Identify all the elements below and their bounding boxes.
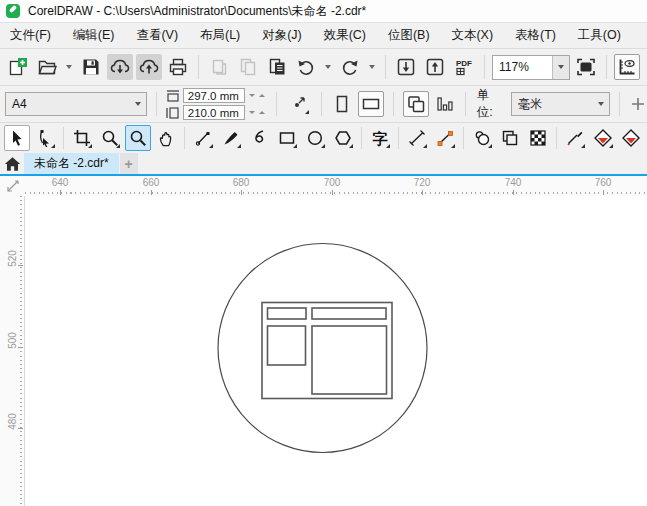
vertical-ruler[interactable]: 520 500 480 bbox=[0, 196, 25, 506]
cloud-download-button[interactable] bbox=[107, 54, 133, 80]
fill-diamond-icon bbox=[593, 128, 613, 148]
page-size-value: A4 bbox=[6, 97, 130, 111]
drawn-window-tab-box[interactable] bbox=[268, 308, 307, 319]
units-dropdown-arrow[interactable] bbox=[593, 93, 609, 115]
welcome-screen-button[interactable] bbox=[0, 153, 24, 174]
menu-layout[interactable]: 布局(L) bbox=[200, 27, 240, 44]
title-bar: CorelDRAW - C:\Users\Administrator\Docum… bbox=[0, 0, 647, 22]
all-pages-button[interactable] bbox=[403, 91, 429, 117]
mesh-fill-tool[interactable] bbox=[525, 125, 551, 151]
menu-effects[interactable]: 效果(C) bbox=[324, 27, 366, 44]
menu-text[interactable]: 文本(X) bbox=[451, 27, 493, 44]
standard-toolbar: PDF 117% bbox=[0, 48, 647, 85]
new-document-icon bbox=[8, 57, 28, 77]
open-button[interactable] bbox=[34, 54, 60, 80]
page-width-field[interactable]: 297.0 mm bbox=[183, 88, 245, 103]
drawn-window-sidebar-box[interactable] bbox=[268, 326, 306, 365]
document-tab-bar: 未命名 -2.cdr* + bbox=[0, 153, 647, 176]
drawn-window-icon[interactable] bbox=[262, 303, 392, 399]
zoom-level-dropdown-arrow[interactable] bbox=[552, 56, 569, 79]
zoom-tool-flyout[interactable] bbox=[97, 125, 123, 151]
zoom-level-value[interactable]: 117% bbox=[493, 56, 552, 79]
hand-icon bbox=[157, 129, 175, 147]
polygon-tool[interactable] bbox=[330, 125, 356, 151]
redo-button[interactable] bbox=[337, 54, 363, 80]
export-button[interactable] bbox=[422, 54, 448, 80]
page-height-spinner[interactable] bbox=[248, 105, 267, 120]
cut-button[interactable] bbox=[206, 54, 232, 80]
horizontal-ruler[interactable]: 640 660 680 700 720 740 760 bbox=[25, 176, 647, 197]
undo-dropdown-arrow[interactable] bbox=[322, 54, 334, 80]
page-width-spinner[interactable] bbox=[248, 88, 267, 103]
treat-as-filled-button[interactable] bbox=[629, 91, 647, 117]
show-rulers-button[interactable] bbox=[614, 54, 640, 80]
menu-object[interactable]: 对象(J) bbox=[262, 27, 302, 44]
fullscreen-preview-button[interactable] bbox=[573, 54, 599, 80]
menu-view[interactable]: 查看(V) bbox=[136, 27, 178, 44]
bspline-tool[interactable] bbox=[246, 125, 272, 151]
save-button[interactable] bbox=[78, 54, 104, 80]
ruler-origin[interactable] bbox=[0, 176, 25, 197]
zoom-tool[interactable] bbox=[125, 125, 151, 151]
crop-tool[interactable] bbox=[69, 125, 95, 151]
publish-pdf-button[interactable]: PDF bbox=[451, 54, 477, 80]
drawn-window-titlebar-box[interactable] bbox=[312, 308, 386, 319]
nudge-offset-button[interactable] bbox=[286, 91, 312, 117]
menu-tools[interactable]: 工具(O) bbox=[578, 27, 621, 44]
interactive-fill-tool[interactable] bbox=[590, 125, 616, 151]
freehand-line-icon bbox=[194, 129, 212, 147]
artistic-media-tool[interactable] bbox=[218, 125, 244, 151]
print-button[interactable] bbox=[165, 54, 191, 80]
page-size-combobox[interactable]: A4 bbox=[5, 92, 147, 116]
current-page-icon bbox=[436, 95, 454, 113]
text-tool[interactable]: 字 bbox=[367, 125, 393, 151]
shadow-tool[interactable] bbox=[469, 125, 495, 151]
units-value: 毫米 bbox=[512, 96, 593, 113]
rectangle-tool[interactable] bbox=[274, 125, 300, 151]
menu-table[interactable]: 表格(T) bbox=[515, 27, 556, 44]
menu-bitmaps[interactable]: 位图(B) bbox=[388, 27, 430, 44]
eyedropper-tool[interactable] bbox=[562, 125, 588, 151]
hruler-tick-760: 760 bbox=[590, 177, 616, 188]
smart-fill-tool[interactable] bbox=[618, 125, 644, 151]
landscape-orientation-button[interactable] bbox=[358, 91, 384, 117]
redo-dropdown-arrow[interactable] bbox=[366, 54, 378, 80]
shape-node-icon bbox=[36, 129, 54, 147]
new-document-tab-button[interactable]: + bbox=[120, 153, 138, 174]
copy-button[interactable] bbox=[235, 54, 261, 80]
shape-tool[interactable] bbox=[32, 125, 58, 151]
toolbox-separator bbox=[184, 127, 185, 149]
pan-tool[interactable] bbox=[153, 125, 179, 151]
dimension-tool[interactable] bbox=[404, 125, 430, 151]
drawing-canvas[interactable] bbox=[25, 196, 647, 506]
document-tab-active[interactable]: 未命名 -2.cdr* bbox=[24, 153, 119, 174]
hruler-tick-720: 720 bbox=[409, 177, 435, 188]
page-height-icon bbox=[166, 107, 180, 119]
import-button[interactable] bbox=[393, 54, 419, 80]
drawn-window-content-box[interactable] bbox=[312, 326, 387, 394]
ellipse-tool[interactable] bbox=[302, 125, 328, 151]
page-size-dropdown-arrow[interactable] bbox=[130, 93, 146, 115]
open-dropdown-arrow[interactable] bbox=[63, 54, 75, 80]
drawn-window-frame[interactable] bbox=[262, 303, 392, 399]
current-page-button[interactable] bbox=[434, 91, 456, 117]
units-combobox[interactable]: 毫米 bbox=[511, 92, 610, 116]
transparency-tool[interactable] bbox=[497, 125, 523, 151]
undo-button[interactable] bbox=[293, 54, 319, 80]
freehand-tool[interactable] bbox=[190, 125, 216, 151]
paste-button[interactable] bbox=[264, 54, 290, 80]
menu-file[interactable]: 文件(F) bbox=[10, 27, 51, 44]
pick-tool[interactable] bbox=[4, 125, 30, 151]
new-document-button[interactable] bbox=[5, 54, 31, 80]
connector-tool[interactable] bbox=[432, 125, 458, 151]
cloud-upload-button[interactable] bbox=[136, 54, 162, 80]
drawn-circle[interactable] bbox=[218, 244, 427, 453]
magnifier-icon bbox=[101, 129, 119, 147]
portrait-orientation-button[interactable] bbox=[331, 91, 353, 117]
page-height-field[interactable]: 210.0 mm bbox=[183, 105, 245, 120]
hruler-tick-740: 740 bbox=[500, 177, 526, 188]
menu-edit[interactable]: 编辑(E) bbox=[73, 27, 115, 44]
dimension-line-icon bbox=[408, 129, 426, 147]
toolbar-separator bbox=[198, 55, 199, 79]
zoom-level-combobox[interactable]: 117% bbox=[492, 55, 570, 80]
